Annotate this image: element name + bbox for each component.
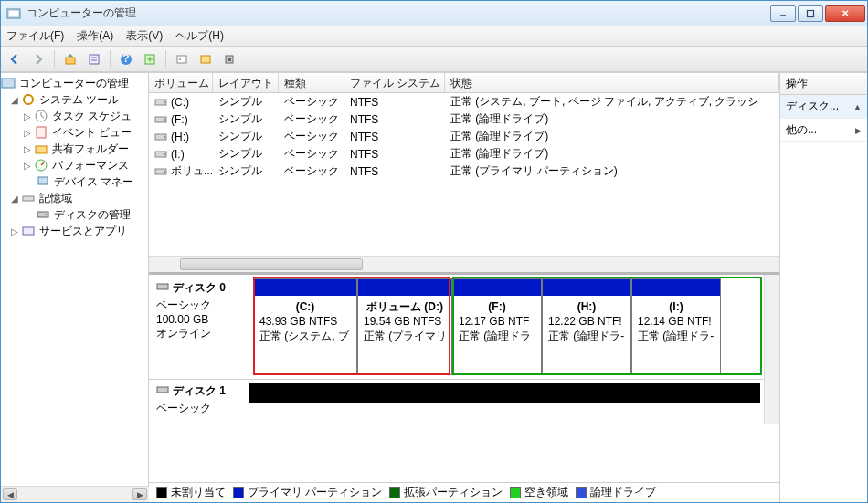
disk-pane[interactable]: ディスク 0 ベーシック 100.00 GB オンライン (C:)43.93 G…: [149, 272, 779, 482]
app-icon: [6, 6, 21, 21]
scroll-left-button[interactable]: ◀: [3, 488, 17, 500]
actions-pane: 操作 ディスク...▲ 他の...▶: [779, 73, 867, 502]
volume-row[interactable]: (C:)シンプルベーシックNTFS正常 (システム, ブート, ページ ファイル…: [149, 93, 779, 110]
svg-rect-32: [164, 136, 165, 138]
tree-hscroll[interactable]: ◀ ▶: [1, 486, 149, 502]
col-layout[interactable]: レイアウト: [213, 73, 279, 92]
volume-list[interactable]: (C:)シンプルベーシックNTFS正常 (システム, ブート, ページ ファイル…: [149, 93, 779, 256]
disk0-map: (C:)43.93 GB NTFS正常 (システム, ブボリューム (D:)19…: [249, 275, 764, 379]
disk1-row[interactable]: ディスク 1 ベーシック: [149, 380, 764, 424]
col-status[interactable]: 状態: [445, 73, 779, 92]
svg-rect-1: [9, 11, 18, 16]
volume-row[interactable]: ボリュ...シンプルベーシックNTFS正常 (プライマリ パーティション): [149, 162, 779, 180]
menu-action[interactable]: 操作(A): [77, 28, 113, 44]
up-button[interactable]: [60, 49, 80, 69]
partition[interactable]: (C:)43.93 GB NTFS正常 (システム, ブ: [253, 278, 357, 375]
svg-rect-11: [177, 56, 186, 63]
tree-perf[interactable]: ▷パフォーマンス: [1, 157, 148, 173]
menubar: ファイル(F) 操作(A) 表示(V) ヘルプ(H): [1, 26, 867, 47]
svg-point-25: [46, 214, 48, 215]
volume-row[interactable]: (F:)シンプルベーシックNTFS正常 (論理ドライブ): [149, 110, 779, 128]
refresh-button[interactable]: [140, 49, 160, 69]
svg-text:?: ?: [122, 53, 129, 65]
disk-icon: [156, 280, 169, 296]
help-button[interactable]: ?: [116, 49, 136, 69]
svg-rect-16: [2, 79, 15, 88]
tree-diskmgmt[interactable]: ディスクの管理: [1, 206, 148, 223]
col-volume[interactable]: ボリューム: [149, 73, 213, 92]
col-fs[interactable]: ファイル システム: [344, 73, 445, 92]
disk-vscroll[interactable]: [764, 275, 779, 424]
minimize-button[interactable]: [770, 5, 796, 22]
svg-rect-13: [201, 56, 210, 63]
svg-rect-37: [157, 284, 168, 289]
partition[interactable]: (H:)12.22 GB NTF!正常 (論理ドラ-: [542, 278, 631, 375]
svg-rect-34: [164, 153, 165, 155]
disk1-info: ディスク 1 ベーシック: [149, 380, 249, 424]
back-button[interactable]: [5, 49, 25, 69]
svg-point-17: [24, 95, 33, 104]
properties-button[interactable]: [84, 49, 104, 69]
disk0-row[interactable]: ディスク 0 ベーシック 100.00 GB オンライン (C:)43.93 G…: [149, 275, 764, 380]
action-disk[interactable]: ディスク...▲: [780, 95, 867, 119]
svg-rect-36: [164, 171, 165, 173]
tree-storage[interactable]: ◢記憶域: [1, 190, 148, 206]
volume-row[interactable]: (I:)シンプルベーシックNTFS正常 (論理ドライブ): [149, 145, 779, 162]
svg-rect-26: [23, 227, 34, 235]
svg-rect-23: [23, 196, 34, 201]
svg-rect-3: [808, 10, 814, 16]
titlebar[interactable]: コンピューターの管理 ✕: [1, 1, 867, 26]
window-root: コンピューターの管理 ✕ ファイル(F) 操作(A) 表示(V) ヘルプ(H) …: [0, 0, 868, 503]
svg-rect-28: [164, 101, 165, 103]
tool-icon-2[interactable]: [196, 49, 216, 69]
window-title: コンピューターの管理: [26, 5, 770, 21]
tree-task[interactable]: ▷タスク スケジュ: [1, 108, 148, 124]
scroll-right-button[interactable]: ▶: [132, 488, 147, 500]
disk-icon: [156, 383, 169, 399]
tree-services[interactable]: ▷サービスとアプリ: [1, 223, 148, 239]
close-button[interactable]: ✕: [825, 5, 865, 22]
maximize-button[interactable]: [798, 5, 823, 22]
center-pane: ボリューム レイアウト 種類 ファイル システム 状態 (C:)シンプルベーシッ…: [149, 73, 779, 502]
tool-icon-3[interactable]: [219, 49, 239, 69]
svg-point-12: [179, 58, 181, 60]
tree-systools[interactable]: ◢システム ツール: [1, 91, 148, 108]
partition[interactable]: (I:)12.14 GB NTF!正常 (論理ドラ-: [631, 278, 721, 375]
action-other[interactable]: 他の...▶: [780, 119, 867, 142]
col-type[interactable]: 種類: [279, 73, 344, 92]
menu-view[interactable]: 表示(V): [126, 28, 163, 44]
partition[interactable]: ボリューム (D:)19.54 GB NTFS正常 (プライマリ: [357, 278, 452, 375]
tree-root[interactable]: コンピューターの管理: [1, 75, 148, 91]
svg-rect-4: [66, 58, 75, 64]
tool-icon-1[interactable]: [172, 49, 192, 69]
list-hscroll[interactable]: [149, 256, 779, 272]
actions-header: 操作: [780, 73, 867, 95]
menu-help[interactable]: ヘルプ(H): [175, 28, 224, 44]
tree-pane[interactable]: コンピューターの管理 ◢システム ツール ▷タスク スケジュ ▷イベント ビュー…: [1, 73, 149, 502]
svg-rect-19: [37, 127, 46, 138]
svg-rect-30: [164, 119, 165, 121]
scrollbar-thumb[interactable]: [180, 258, 363, 270]
tree-event[interactable]: ▷イベント ビュー: [1, 124, 148, 141]
legend: 未割り当て プライマリ パーティション 拡張パーティション 空き領域 論理ドライ…: [149, 482, 779, 502]
svg-rect-22: [38, 177, 48, 184]
tree-devmgr[interactable]: デバイス マネー: [1, 173, 148, 190]
volume-row[interactable]: (H:)シンプルベーシックNTFS正常 (論理ドライブ): [149, 128, 779, 145]
toolbar: ?: [1, 47, 867, 72]
svg-rect-15: [228, 58, 231, 61]
disk1-unallocated[interactable]: [249, 383, 760, 403]
svg-rect-5: [90, 55, 99, 64]
svg-rect-20: [36, 146, 47, 153]
volume-list-header: ボリューム レイアウト 種類 ファイル システム 状態: [149, 73, 779, 93]
menu-file[interactable]: ファイル(F): [6, 28, 64, 44]
tree-shared[interactable]: ▷共有フォルダー: [1, 141, 148, 157]
forward-button[interactable]: [28, 49, 48, 69]
disk0-info: ディスク 0 ベーシック 100.00 GB オンライン: [149, 275, 249, 379]
partition[interactable]: (F:)12.17 GB NTF正常 (論理ドラ: [452, 278, 542, 375]
svg-rect-38: [157, 387, 168, 393]
